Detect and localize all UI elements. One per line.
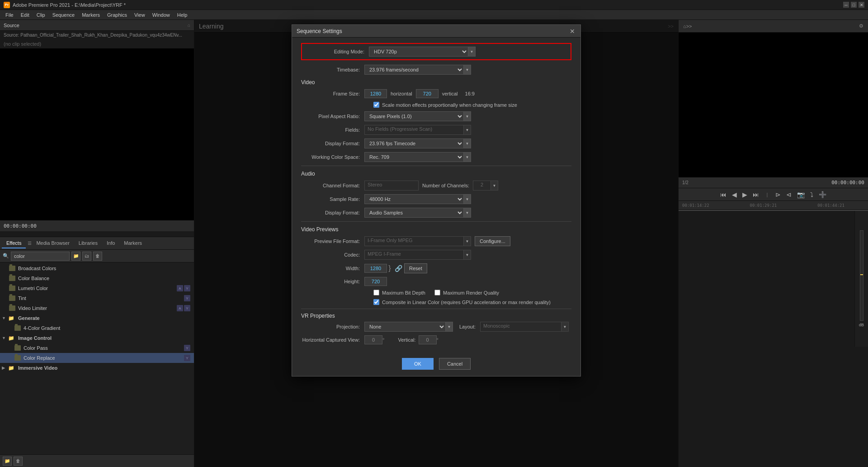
source-filename: Source: Pathaan_Official_Trailer_Shah_Ru… xyxy=(0,31,194,39)
cancel-button[interactable]: Cancel xyxy=(439,358,471,370)
list-item[interactable]: Color Replace Y xyxy=(0,353,194,363)
display-format-row: Display Format: 23.976 fps Timecode ▼ xyxy=(301,138,571,148)
expand-icon[interactable]: >> xyxy=(686,24,692,29)
title-bar: Pr Adobe Premiere Pro 2021 - E:\Media\Pr… xyxy=(0,0,868,10)
editing-mode-row: Editing Mode: HDV 720p ▼ xyxy=(301,43,571,60)
scale-checkbox[interactable] xyxy=(373,102,379,108)
trash-icon[interactable]: 🗑 xyxy=(93,252,102,261)
preview-timecode: 00:00:00:00 xyxy=(831,180,864,186)
badge: A xyxy=(177,305,183,311)
play-back-button[interactable]: ◀ xyxy=(731,191,738,198)
editing-mode-arrow[interactable]: ▼ xyxy=(468,47,476,57)
sample-rate-select[interactable]: 48000 Hz xyxy=(364,194,464,204)
configure-button[interactable]: Configure... xyxy=(475,236,510,246)
list-item[interactable]: Lumetri Color A Y xyxy=(0,283,194,293)
menu-sequence[interactable]: Sequence xyxy=(49,11,79,19)
dialog-close-button[interactable]: ✕ xyxy=(569,28,576,35)
projection-select[interactable]: None xyxy=(364,322,446,332)
max-bit-depth-row: Maximum Bit Depth Maximum Render Quality xyxy=(301,290,571,295)
play-button[interactable]: ▶ xyxy=(741,191,749,198)
menu-view[interactable]: View xyxy=(131,11,149,19)
search-input[interactable] xyxy=(11,252,70,261)
tab-info[interactable]: Info xyxy=(102,238,119,248)
window-controls: ─ □ ✕ xyxy=(843,2,864,8)
max-render-quality-checkbox[interactable] xyxy=(434,290,440,295)
audio-display-format-arrow[interactable]: ▼ xyxy=(464,208,471,218)
minimize-button[interactable]: ─ xyxy=(843,2,849,8)
list-item[interactable]: Broadcast Colors xyxy=(0,263,194,273)
frame-size-label: Frame Size: xyxy=(301,91,364,96)
in-point-button[interactable]: ⊳ xyxy=(774,191,782,198)
badge: Y xyxy=(184,295,190,301)
timebase-select[interactable]: 23.976 frames/second xyxy=(364,65,464,75)
reset-button[interactable]: Reset xyxy=(404,263,427,273)
pixel-aspect-select[interactable]: Square Pixels (1.0) xyxy=(364,111,464,121)
display-format-select[interactable]: 23.976 fps Timecode xyxy=(364,138,464,148)
audio-display-format-label: Display Format: xyxy=(301,210,364,215)
new-folder-icon[interactable]: 🗂 xyxy=(82,252,91,261)
frame-height-input[interactable] xyxy=(416,89,439,98)
trash-bottom-icon[interactable]: 🗑 xyxy=(14,457,23,466)
channel-format-label: Channel Format: xyxy=(301,183,364,188)
pixel-aspect-row: Pixel Aspect Ratio: Square Pixels (1.0) … xyxy=(301,111,571,121)
list-item[interactable]: 4-Color Gradient xyxy=(0,323,194,333)
insert-button[interactable]: ⤵ xyxy=(809,191,815,198)
menu-clip[interactable]: Clip xyxy=(33,11,49,19)
step-back-button[interactable]: ⏮ xyxy=(719,191,728,198)
home-icon[interactable]: ⌂ xyxy=(188,23,190,28)
projection-arrow[interactable]: ▼ xyxy=(446,322,453,332)
display-format-arrow[interactable]: ▼ xyxy=(464,138,471,148)
dialog-title: Sequence Settings xyxy=(297,28,342,34)
link-icon[interactable]: 🔗 xyxy=(394,264,402,272)
pixel-aspect-arrow[interactable]: ▼ xyxy=(464,111,471,121)
bracket-icon: } xyxy=(387,264,392,273)
new-bin-bottom-icon[interactable]: 📁 xyxy=(3,457,12,466)
add-button[interactable]: ➕ xyxy=(817,191,828,198)
working-color-space-select[interactable]: Rec. 709 xyxy=(364,152,464,162)
working-color-space-arrow[interactable]: ▼ xyxy=(464,152,471,162)
list-item[interactable]: ▶ 📁 Immersive Video xyxy=(0,363,194,373)
list-item[interactable]: Tint Y xyxy=(0,293,194,303)
tab-markers[interactable]: Markers xyxy=(119,238,146,248)
vertical-label: Vertical: xyxy=(398,337,415,343)
new-bin-icon[interactable]: 📁 xyxy=(71,252,80,261)
tab-libraries[interactable]: Libraries xyxy=(74,238,102,248)
out-point-button[interactable]: ⊲ xyxy=(785,191,793,198)
editing-mode-select[interactable]: HDV 720p xyxy=(369,47,468,57)
source-monitor: Source ⌂ Source: Pathaan_Official_Traile… xyxy=(0,20,194,237)
composite-linear-checkbox[interactable] xyxy=(373,299,379,305)
menu-markers[interactable]: Markers xyxy=(78,11,104,19)
horizontal-value-input[interactable] xyxy=(364,335,382,344)
maximize-button[interactable]: □ xyxy=(851,2,857,8)
list-item[interactable]: Color Balance xyxy=(0,273,194,283)
step-forward-button[interactable]: ⏭ xyxy=(751,191,760,198)
menu-window[interactable]: Window xyxy=(149,11,174,19)
list-item[interactable]: ▼ 📁 Image Control xyxy=(0,333,194,343)
tab-media-browser[interactable]: Media Browser xyxy=(32,238,74,248)
camera-button[interactable]: 📷 xyxy=(796,191,806,198)
menu-help[interactable]: Help xyxy=(174,11,191,19)
list-item[interactable]: ▼ 📁 Generate xyxy=(0,313,194,323)
layout-value: Monoscopic xyxy=(480,322,561,332)
sample-rate-arrow[interactable]: ▼ xyxy=(464,194,471,204)
audio-display-format-select[interactable]: Audio Samples xyxy=(364,208,464,218)
menu-edit[interactable]: Edit xyxy=(17,11,33,19)
max-bit-depth-checkbox[interactable] xyxy=(373,290,379,295)
list-item[interactable]: Video Limiter A Y xyxy=(0,303,194,313)
ruler-mark: 00:01:29:21 xyxy=(750,203,777,208)
ruler-mark: 00:01:44:21 xyxy=(817,203,844,208)
list-item[interactable]: Color Pass Y xyxy=(0,343,194,353)
ok-button[interactable]: OK xyxy=(402,358,434,370)
timebase-arrow[interactable]: ▼ xyxy=(464,65,471,75)
width-input[interactable] xyxy=(364,264,387,273)
height-input[interactable] xyxy=(364,277,387,286)
close-button[interactable]: ✕ xyxy=(859,2,864,8)
vertical-value-input[interactable] xyxy=(419,335,437,344)
tab-effects[interactable]: Effects xyxy=(2,238,26,248)
menu-graphics[interactable]: Graphics xyxy=(104,11,131,19)
frame-width-input[interactable] xyxy=(364,89,387,98)
right-panel-header: ⌂ >> ⚙ xyxy=(679,20,868,33)
channel-format-value: Stereo xyxy=(364,181,419,191)
menu-file[interactable]: File xyxy=(2,11,17,19)
badge: Y xyxy=(184,305,190,311)
